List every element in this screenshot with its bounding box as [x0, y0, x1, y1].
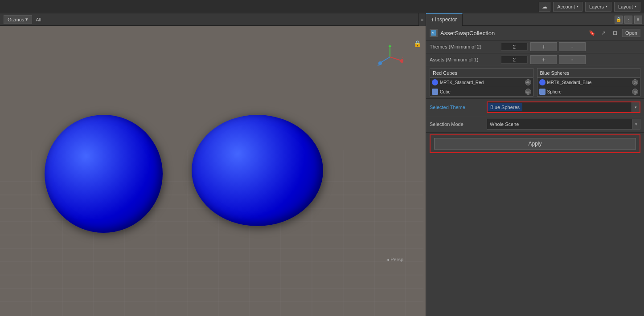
lock-icon-btn[interactable]: 🔒 — [615, 16, 623, 24]
inspector-content: S AssetSwapCollection 🔖 ↗ ⊡ Open Themes … — [426, 26, 644, 316]
mrtk-blue-icon — [539, 79, 546, 85]
bookmark-icon-btn[interactable]: 🔖 — [587, 28, 596, 37]
layers-arrow: ▾ — [606, 4, 607, 8]
layout-label: Layout — [618, 4, 633, 9]
all-label: All — [36, 17, 41, 22]
theme-row-mrtk-blue: MRTK_Standard_Blue ◎ — [537, 78, 640, 87]
settings-icon-btn[interactable]: ≡ — [634, 16, 642, 24]
inspector-header-icons: 🔒 ⋮ ≡ — [615, 16, 644, 24]
sphere-2 — [192, 115, 323, 226]
svg-text:S: S — [432, 31, 434, 35]
gizmos-arrow: ▾ — [25, 16, 28, 22]
gizmo-widget: Y X Z — [377, 44, 403, 70]
theme-row-cube: Cube ◎ — [430, 87, 533, 96]
component-icon: S — [430, 29, 438, 37]
selected-theme-value: Blue Spheres — [488, 103, 522, 111]
svg-text:X: X — [402, 57, 403, 61]
assets-value[interactable]: 2 — [501, 56, 528, 64]
main-area: Gizmos ▾ All ≡ — [0, 13, 644, 316]
selected-theme-arrow[interactable]: ▾ — [632, 102, 640, 112]
themes-value[interactable]: 2 — [501, 43, 528, 51]
cloud-button[interactable]: ☁ — [539, 2, 550, 12]
mrtk-red-label: MRTK_Standard_Red — [440, 80, 523, 85]
svg-line-27 — [381, 57, 390, 62]
selection-mode-value: Whole Scene — [487, 120, 632, 128]
top-bar: ☁ Account ▾ Layers ▾ Layout ▾ — [0, 0, 644, 13]
cube-icon — [432, 89, 438, 95]
open-button[interactable]: Open — [622, 29, 640, 37]
scene-view[interactable]: Gizmos ▾ All ≡ — [0, 13, 426, 316]
mrtk-blue-label: MRTK_Standard_Blue — [547, 80, 631, 85]
themes-plus-button[interactable]: + — [530, 42, 557, 51]
sphere-label: Sphere — [547, 89, 631, 94]
selection-mode-arrow[interactable]: ▾ — [632, 119, 640, 129]
themes-label: Themes (Minimum of 2) — [430, 44, 501, 49]
themes-buttons: + - — [530, 42, 586, 51]
layout-arrow: ▾ — [635, 4, 636, 8]
gizmos-label: Gizmos — [8, 17, 24, 22]
expand-icon-btn[interactable]: ↗ — [599, 28, 608, 37]
inspector-tab-label: Inspector — [435, 16, 457, 23]
account-label: Account — [557, 4, 575, 9]
sphere-1 — [45, 115, 163, 233]
assets-buttons: + - — [530, 55, 586, 64]
assets-label: Assets (Minimum of 1) — [430, 57, 501, 62]
selected-theme-row: Selected Theme Blue Spheres ▾ — [426, 99, 644, 116]
scene-toolbar: Gizmos ▾ All ≡ — [0, 13, 426, 26]
svg-text:Y: Y — [389, 44, 392, 45]
apply-button[interactable]: Apply — [434, 138, 636, 150]
theme-col-blue-spheres-header: Blue Spheres — [537, 69, 640, 78]
selection-mode-dropdown[interactable]: Whole Scene ▾ — [487, 119, 640, 130]
svg-line-25 — [390, 57, 401, 61]
component-header: S AssetSwapCollection 🔖 ↗ ⊡ Open — [426, 26, 644, 41]
component-title: AssetSwapCollection — [440, 30, 585, 36]
themes-minus-button[interactable]: - — [559, 42, 586, 51]
account-button[interactable]: Account ▾ — [553, 2, 582, 12]
dropdown-rest — [522, 102, 632, 112]
layout-button[interactable]: Layout ▾ — [614, 2, 640, 12]
sphere-asset-icon — [539, 89, 546, 95]
inspector-icon: ℹ — [431, 17, 433, 22]
themes-section: Red Cubes MRTK_Standard_Red ◎ Cube ◎ — [426, 66, 644, 99]
selected-theme-dropdown[interactable]: Blue Spheres ▾ — [487, 101, 640, 113]
layers-label: Layers — [589, 4, 604, 9]
svg-text:Z: Z — [377, 63, 380, 67]
mrtk-red-select-btn[interactable]: ◎ — [525, 79, 531, 85]
assets-row: Assets (Minimum of 1) 2 + - — [426, 53, 644, 66]
inspector-panel: ℹ Inspector 🔒 ⋮ ≡ S AssetSwapCollection — [426, 13, 644, 316]
inspector-tab-bar: ℹ Inspector 🔒 ⋮ ≡ — [426, 13, 644, 26]
theme-row-mrtk-red: MRTK_Standard_Red ◎ — [430, 78, 533, 87]
cube-select-btn[interactable]: ◎ — [525, 89, 531, 95]
scene-lock-icon: 🔒 — [414, 40, 421, 47]
theme-col-blue-spheres: Blue Spheres MRTK_Standard_Blue ◎ Sphere… — [537, 68, 641, 97]
mrtk-red-icon — [432, 79, 438, 85]
layers-button[interactable]: Layers ▾ — [585, 2, 611, 12]
assets-plus-button[interactable]: + — [530, 55, 557, 64]
inspector-tab-item[interactable]: ℹ Inspector — [426, 13, 463, 26]
scene-collapse-button[interactable]: ≡ — [418, 13, 426, 26]
gizmo-svg: Y X Z — [377, 44, 403, 70]
more-icon-btn[interactable]: ⋮ — [624, 16, 632, 24]
gizmos-button[interactable]: Gizmos ▾ — [4, 15, 32, 24]
theme-col-red-cubes: Red Cubes MRTK_Standard_Red ◎ Cube ◎ — [430, 68, 533, 97]
maximize-icon-btn[interactable]: ⊡ — [611, 28, 619, 37]
themes-row: Themes (Minimum of 2) 2 + - — [426, 41, 644, 53]
selected-theme-label: Selected Theme — [430, 105, 483, 110]
assets-minus-button[interactable]: - — [559, 55, 586, 64]
theme-col-red-cubes-header: Red Cubes — [430, 69, 533, 78]
cube-label: Cube — [440, 89, 523, 94]
selection-mode-row: Selection Mode Whole Scene ▾ — [426, 116, 644, 133]
account-arrow: ▾ — [577, 4, 578, 8]
mrtk-blue-select-btn[interactable]: ◎ — [632, 79, 638, 85]
themes-columns: Red Cubes MRTK_Standard_Red ◎ Cube ◎ — [430, 68, 640, 97]
theme-row-sphere: Sphere ◎ — [537, 87, 640, 96]
grid-area: ◂ Persp Y X Z — [0, 26, 426, 316]
persp-label: ◂ Persp — [386, 257, 403, 263]
apply-button-row: Apply — [430, 134, 640, 153]
sphere-select-btn[interactable]: ◎ — [632, 89, 638, 95]
selection-mode-label: Selection Mode — [430, 122, 483, 127]
